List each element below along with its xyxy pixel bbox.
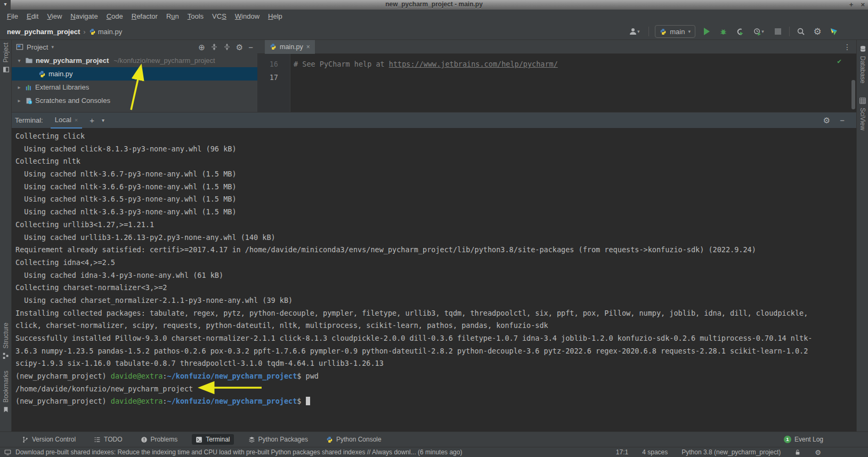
editor-body[interactable]: 16 17 # See PyCharm help at https://www.… [257, 54, 856, 112]
run-with-coverage-button[interactable] [734, 26, 745, 37]
terminal-prompt-line[interactable]: (new_pycharm_project) davide@extra:~/kon… [15, 395, 856, 408]
menu-refactor[interactable]: Refactor [127, 10, 162, 23]
terminal-output[interactable]: Collecting click Using cached click-8.1.… [12, 128, 856, 408]
toolwindow-terminal[interactable]: Terminal [192, 434, 233, 445]
profiler-button[interactable]: ▾ [751, 26, 767, 37]
project-panel-title[interactable]: Project ▾ [16, 43, 54, 51]
interpreter-widget[interactable]: Python 3.8 (new_pycharm_project) [682, 448, 781, 456]
terminal-line: Using cached urllib3-1.26.13-py2.py3-non… [15, 231, 856, 244]
terminal-sessions-dropdown-icon[interactable]: ▾ [102, 117, 104, 123]
structure-strip-label: Structure [2, 323, 10, 349]
window-maximize-icon[interactable]: + [849, 0, 854, 10]
pycharm-logo-icon[interactable] [829, 26, 839, 37]
status-message-area[interactable]: Download pre-built shared indexes: Reduc… [0, 448, 462, 456]
tool-strip-structure[interactable]: Structure [0, 323, 12, 359]
prompt-separator: : [163, 372, 167, 380]
tree-row-external-libraries[interactable]: ▸ External Libraries [12, 81, 257, 94]
debug-button[interactable] [718, 26, 728, 37]
editor-scrollbar-thumb[interactable] [851, 80, 855, 109]
caret-position-widget[interactable]: 17:1 [616, 448, 628, 456]
prompt-separator: : [163, 397, 167, 405]
inspections-ok-check-icon[interactable]: ✔ [837, 57, 841, 65]
new-terminal-session-icon[interactable]: + [90, 116, 94, 125]
run-configuration-select[interactable]: main ▾ [655, 25, 695, 38]
close-tab-icon[interactable]: × [306, 43, 310, 51]
toolwindow-python-packages[interactable]: Python Packages [245, 434, 312, 445]
tool-strip-project[interactable]: Project [0, 43, 12, 73]
breadcrumb-project[interactable]: new_pycharm_project [7, 28, 80, 36]
terminal-tab-local[interactable]: Local × [51, 113, 83, 129]
locate-file-icon[interactable]: ⊕ [198, 43, 205, 51]
stop-button[interactable] [773, 26, 783, 37]
menu-tools[interactable]: Tools [183, 10, 208, 23]
terminal-line: Collecting idna<4,>=2.5 [15, 256, 856, 269]
project-root-path: ~/konfuzio/new_pycharm_project [113, 57, 215, 65]
problems-icon [141, 436, 148, 443]
tool-strip-bookmarks[interactable]: Bookmarks [0, 371, 12, 413]
indent-widget[interactable]: 4 spaces [642, 448, 668, 456]
menu-file[interactable]: File [3, 10, 22, 23]
dropdown-icon: ▾ [637, 29, 640, 34]
terminal-icon [196, 436, 202, 443]
command-pwd: pwd [306, 372, 319, 380]
menu-label-part: ode [111, 12, 123, 20]
status-gear-icon[interactable]: ⚙ [815, 449, 821, 456]
project-strip-label: Project [2, 43, 10, 62]
status-message[interactable]: Download pre-built shared indexes: Reduc… [15, 448, 462, 456]
editor-options-kebab-icon[interactable]: ⋮ [843, 43, 856, 51]
toolwindow-version-control[interactable]: Version Control [18, 434, 79, 445]
menu-edit[interactable]: Edit [22, 10, 43, 23]
tree-row-project-root[interactable]: ▾ new_pycharm_project ~/konfuzio/new_pyc… [12, 54, 257, 67]
tool-strip-sciview[interactable]: SciView [857, 98, 868, 130]
hide-terminal-icon[interactable]: − [840, 116, 845, 124]
menu-navigate[interactable]: Navigate [66, 10, 102, 23]
collapse-all-icon[interactable] [223, 43, 231, 51]
terminal-line: Requirement already satisfied: certifi>=… [15, 244, 856, 256]
toolwindow-python-console[interactable]: Python Console [322, 434, 385, 445]
menu-vcs[interactable]: VCS [208, 10, 231, 23]
tab-main-py[interactable]: main.py × [265, 40, 315, 54]
panel-settings-gear-icon[interactable]: ⚙ [236, 43, 243, 51]
window-close-icon[interactable]: × [861, 0, 865, 10]
settings-gear-icon[interactable]: ⚙ [812, 26, 823, 37]
run-button[interactable] [701, 26, 712, 37]
user-account-button[interactable]: ▾ [626, 26, 643, 37]
tree-row-main-py[interactable]: main.py [12, 67, 257, 81]
editor-code[interactable]: # See PyCharm help at https://www.jetbra… [290, 54, 558, 112]
terminal-tab-label: Local [55, 116, 71, 124]
menu-run[interactable]: Run [162, 10, 183, 23]
project-panel-icon [3, 66, 10, 73]
menu-window[interactable]: Window [231, 10, 264, 23]
search-everywhere-button[interactable] [796, 26, 806, 37]
prompt-venv: (new_pycharm_project) [15, 397, 111, 405]
coverage-icon [736, 28, 744, 36]
tool-window-bar: Version Control TODO Problems Terminal P… [0, 431, 868, 447]
toolwindow-todo[interactable]: TODO [90, 434, 126, 445]
hide-panel-icon[interactable]: − [248, 43, 253, 51]
terminal-line: click, charset-normalizer, scipy, reques… [15, 319, 856, 332]
toolwindow-event-log[interactable]: 1 Event Log [784, 436, 868, 443]
toolwindow-problems[interactable]: Problems [137, 434, 182, 445]
close-tab-icon[interactable]: × [75, 117, 78, 123]
chevron-right-icon[interactable]: ▸ [16, 98, 22, 103]
help-url-link[interactable]: https://www.jetbrains.com/help/pycharm/ [389, 60, 558, 68]
tree-row-scratches[interactable]: ▸ Scratches and Consoles [12, 94, 257, 107]
chevron-right-icon[interactable]: ▸ [16, 84, 22, 90]
menu-code[interactable]: Code [102, 10, 127, 23]
terminal-line: Successfully installed Pillow-9.3.0 char… [15, 332, 856, 345]
lock-icon[interactable] [794, 449, 801, 455]
menu-help[interactable]: Help [264, 10, 287, 23]
chevron-down-icon[interactable]: ▾ [16, 58, 22, 63]
terminal-line: scipy-1.9.3 six-1.16.0 tabulate-0.8.7 th… [15, 357, 856, 370]
status-bar: Download pre-built shared indexes: Reduc… [0, 447, 868, 457]
terminal-settings-gear-icon[interactable]: ⚙ [823, 116, 830, 124]
terminal-line: Collecting urllib3<1.27,>=1.21.1 [15, 219, 856, 231]
breadcrumb-file[interactable]: main.py [89, 28, 123, 36]
menu-view[interactable]: View [43, 10, 66, 23]
toolbar-right: ▾ main ▾ ▾ ⚙ [626, 25, 868, 38]
expand-all-icon[interactable] [210, 43, 218, 51]
terminal-title: Terminal: [15, 116, 51, 124]
python-icon [660, 28, 667, 35]
menu-label-part: elp [273, 12, 282, 20]
tool-strip-database[interactable]: Database [857, 45, 868, 83]
